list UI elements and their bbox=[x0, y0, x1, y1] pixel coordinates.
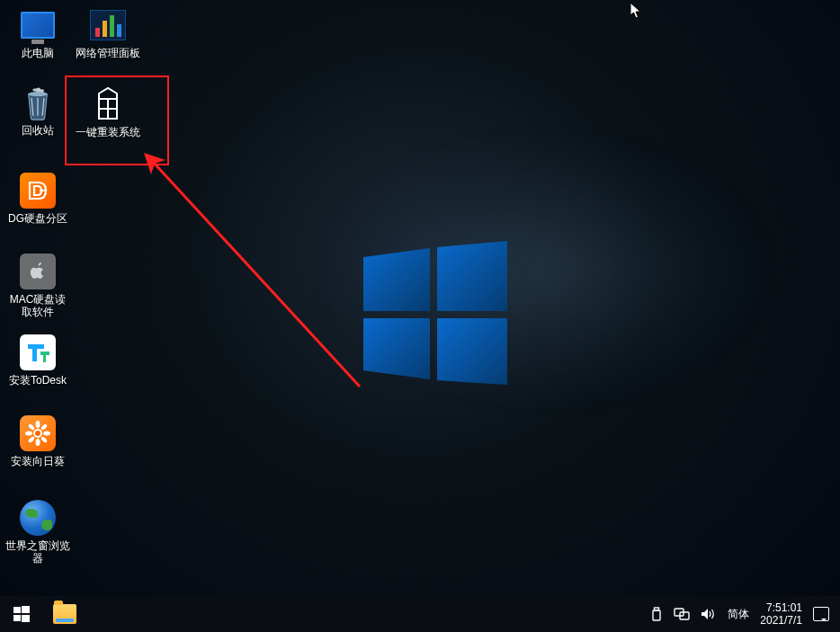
tray-usb-icon[interactable] bbox=[650, 607, 663, 621]
start-button[interactable] bbox=[0, 596, 43, 632]
desktop-icon-recycle-bin[interactable]: 回收站 bbox=[4, 85, 72, 138]
icon-label: 网络管理面板 bbox=[76, 47, 140, 59]
desktop-icon-todesk[interactable]: 安装ToDesk bbox=[4, 333, 72, 388]
svg-point-9 bbox=[43, 432, 50, 436]
icon-label: 安装ToDesk bbox=[9, 374, 67, 387]
todesk-icon bbox=[20, 334, 56, 370]
mac-disk-icon bbox=[20, 254, 56, 289]
tray-volume-icon[interactable] bbox=[701, 608, 717, 620]
svg-point-12 bbox=[40, 436, 48, 443]
taskbar[interactable]: 简体 7:51:01 2021/7/1 bbox=[0, 596, 840, 632]
globe-icon bbox=[20, 500, 56, 536]
icon-label: 世界之窗浏览器 bbox=[5, 539, 70, 565]
tray-clock[interactable]: 7:51:01 2021/7/1 bbox=[760, 601, 802, 627]
icon-label: MAC硬盘读取软件 bbox=[5, 293, 70, 318]
ime-label: 简体 bbox=[728, 607, 749, 622]
svg-point-4 bbox=[29, 92, 48, 96]
svg-rect-24 bbox=[655, 608, 659, 610]
taskbar-file-explorer[interactable] bbox=[43, 596, 86, 632]
svg-point-13 bbox=[28, 436, 35, 443]
desktop-icon-this-pc[interactable]: 此电脑 bbox=[4, 5, 72, 61]
svg-point-10 bbox=[40, 423, 48, 431]
icon-label: DG硬盘分区 bbox=[8, 212, 67, 225]
icon-label: 回收站 bbox=[22, 124, 54, 137]
tray-network-icon[interactable] bbox=[674, 608, 690, 620]
svg-point-14 bbox=[35, 431, 40, 436]
desktop[interactable]: 此电脑 回收站 DG硬盘分区 MAC硬盘读取软件 bbox=[0, 0, 840, 596]
desktop-icon-world-browser[interactable]: 世界之窗浏览器 bbox=[4, 498, 72, 566]
desktop-icon-network-panel[interactable]: 网络管理面板 bbox=[74, 5, 142, 61]
desktop-icon-mac-reader[interactable]: MAC硬盘读取软件 bbox=[4, 252, 72, 320]
icon-label: 一键重装系统 bbox=[76, 126, 140, 138]
svg-rect-22 bbox=[22, 615, 30, 622]
svg-rect-23 bbox=[653, 610, 660, 620]
network-panel-icon bbox=[90, 7, 126, 43]
svg-point-11 bbox=[28, 423, 35, 431]
system-tray: 简体 7:51:01 2021/7/1 bbox=[650, 596, 840, 632]
windows-start-icon bbox=[13, 606, 30, 622]
dg-icon bbox=[20, 173, 56, 209]
computer-icon bbox=[20, 7, 56, 43]
clock-time: 7:51:01 bbox=[760, 601, 802, 614]
file-explorer-icon bbox=[53, 604, 76, 624]
tray-ime-indicator[interactable]: 简体 bbox=[728, 607, 749, 622]
svg-rect-21 bbox=[13, 615, 21, 621]
svg-point-7 bbox=[36, 439, 40, 446]
svg-rect-20 bbox=[22, 606, 30, 613]
desktop-icon-reinstall[interactable]: 一键重装系统 bbox=[74, 85, 142, 140]
tray-action-center-icon[interactable] bbox=[813, 607, 829, 621]
recycle-bin-icon bbox=[22, 86, 54, 120]
desktop-icon-dg-partition[interactable]: DG硬盘分区 bbox=[4, 171, 72, 227]
clock-date: 2021/7/1 bbox=[760, 614, 802, 627]
svg-point-8 bbox=[25, 432, 32, 436]
svg-point-6 bbox=[36, 421, 40, 428]
svg-rect-19 bbox=[13, 607, 21, 613]
icon-label: 安装向日葵 bbox=[11, 455, 65, 467]
icon-label: 此电脑 bbox=[22, 47, 54, 59]
desktop-icon-sunflower[interactable]: 安装向日葵 bbox=[4, 414, 72, 469]
reinstall-icon bbox=[90, 86, 126, 122]
sunflower-icon bbox=[20, 415, 56, 451]
